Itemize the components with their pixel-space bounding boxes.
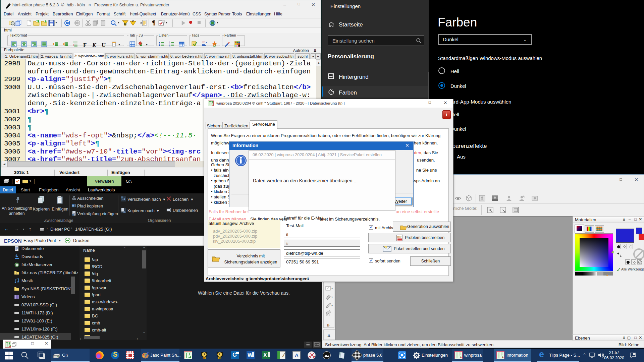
svg-text:3: 3 (169, 45, 170, 47)
svg-text:ID: ID (124, 23, 126, 25)
svg-text:ID: ID (132, 20, 134, 23)
svg-text:20: 20 (219, 357, 221, 359)
svg-text:RTF: RTF (397, 236, 402, 238)
svg-text:19: 19 (203, 357, 205, 359)
svg-text:W: W (72, 204, 74, 207)
